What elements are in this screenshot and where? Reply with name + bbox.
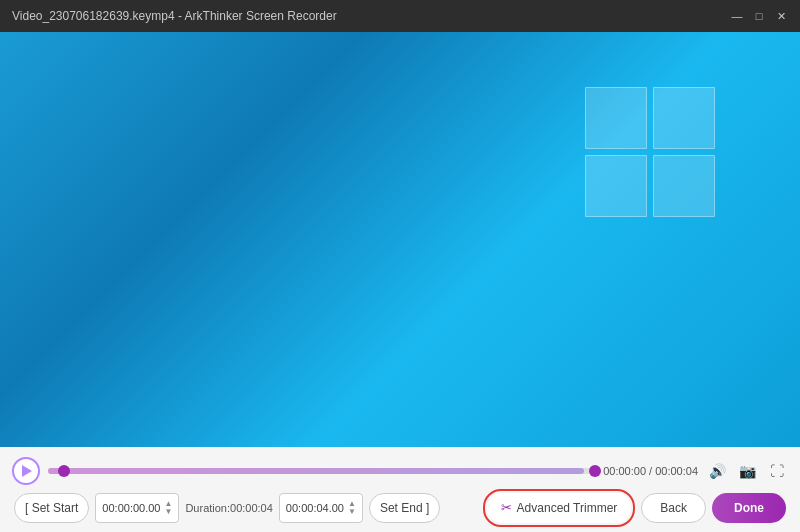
duration-label: Duration:00:00:04 (185, 502, 272, 514)
win-pane-br (653, 155, 715, 217)
title-bar: Video_230706182639.keymp4 - ArkThinker S… (0, 0, 800, 32)
camera-icon: 📷 (739, 463, 756, 479)
window-title: Video_230706182639.keymp4 - ArkThinker S… (12, 9, 337, 23)
bottom-row: [ Set Start 00:00:00.00 ▲ ▼ Duration:00:… (12, 489, 788, 527)
expand-icon: ⛶ (770, 463, 784, 479)
controls-area: 00:00:00 / 00:00:04 🔊 📷 ⛶ [ Set Start 00… (0, 447, 800, 532)
advanced-trimmer-highlight: ✂ Advanced Trimmer (483, 489, 636, 527)
advanced-trimmer-button[interactable]: ✂ Advanced Trimmer (487, 493, 632, 523)
progress-row: 00:00:00 / 00:00:04 🔊 📷 ⛶ (12, 453, 788, 489)
volume-icon: 🔊 (709, 463, 726, 479)
end-time-stepper[interactable]: ▲ ▼ (348, 500, 356, 516)
set-end-label: Set End ] (380, 501, 429, 515)
start-time-input[interactable]: 00:00:00.00 ▲ ▼ (95, 493, 179, 523)
maximize-button[interactable]: □ (752, 9, 766, 23)
timeline-thumb-start[interactable] (58, 465, 70, 477)
back-button[interactable]: Back (641, 493, 706, 523)
timeline-fill (48, 468, 584, 474)
video-player (0, 32, 800, 447)
timeline-container[interactable] (48, 466, 595, 476)
media-controls-right: 🔊 📷 ⛶ (706, 460, 788, 482)
advanced-trimmer-label: Advanced Trimmer (517, 501, 618, 515)
screenshot-button[interactable]: 📷 (736, 460, 758, 482)
end-time-down[interactable]: ▼ (348, 508, 356, 516)
close-button[interactable]: ✕ (774, 9, 788, 23)
done-label: Done (734, 501, 764, 515)
end-time-input[interactable]: 00:00:04.00 ▲ ▼ (279, 493, 363, 523)
windows-logo (585, 87, 715, 217)
volume-button[interactable]: 🔊 (706, 460, 728, 482)
timeline-track[interactable] (48, 468, 595, 474)
set-start-label: [ Set Start (25, 501, 78, 515)
timeline-thumb-end[interactable] (589, 465, 601, 477)
start-time-stepper[interactable]: ▲ ▼ (164, 500, 172, 516)
win-pane-tr (653, 87, 715, 149)
win-pane-bl (585, 155, 647, 217)
scissors-icon: ✂ (501, 500, 512, 515)
window-controls: — □ ✕ (730, 9, 788, 23)
start-time-down[interactable]: ▼ (164, 508, 172, 516)
end-time-value: 00:00:04.00 (286, 502, 344, 514)
win-pane-tl (585, 87, 647, 149)
play-icon (22, 465, 32, 477)
time-display: 00:00:00 / 00:00:04 (603, 465, 698, 477)
back-label: Back (660, 501, 687, 515)
done-button[interactable]: Done (712, 493, 786, 523)
set-start-button[interactable]: [ Set Start (14, 493, 89, 523)
play-button[interactable] (12, 457, 40, 485)
set-end-button[interactable]: Set End ] (369, 493, 440, 523)
fullscreen-button[interactable]: ⛶ (766, 460, 788, 482)
minimize-button[interactable]: — (730, 9, 744, 23)
start-time-value: 00:00:00.00 (102, 502, 160, 514)
